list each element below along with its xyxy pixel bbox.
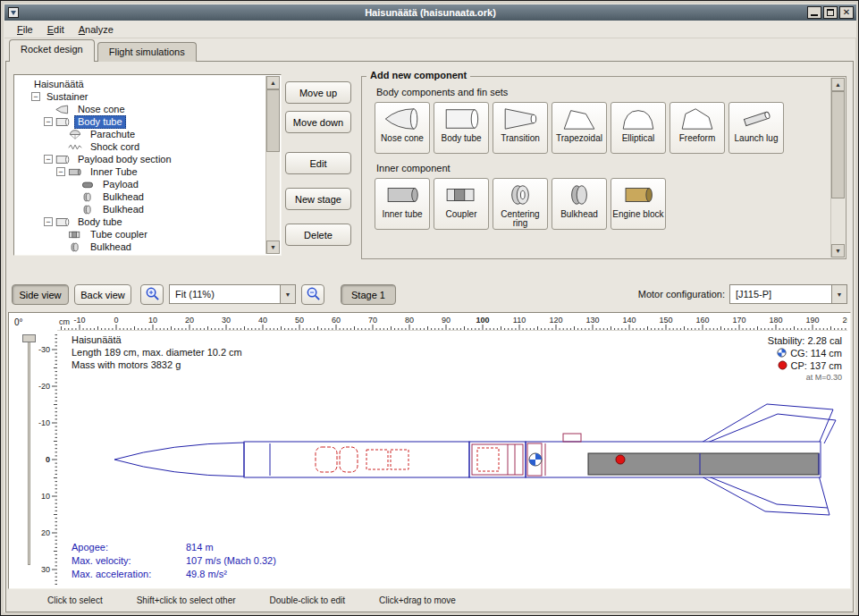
tree-expander-icon[interactable]: − — [56, 167, 65, 176]
chevron-down-icon: ▼ — [831, 285, 846, 303]
tree-item-label: Bulkhead — [99, 190, 147, 204]
maximize-button[interactable] — [823, 6, 838, 19]
ruler-tick-label: 130 — [579, 316, 606, 325]
tree-item-sustainer[interactable]: −Sustainer — [15, 90, 265, 103]
minimize-button[interactable] — [807, 6, 821, 19]
new-stage-button[interactable]: New stage — [285, 188, 351, 210]
tree-item-inner-tube[interactable]: −Inner Tube — [15, 165, 265, 178]
add-launch-lug-button[interactable]: Launch lug — [728, 102, 784, 154]
tree-item-tube-coupler[interactable]: Tube coupler — [15, 228, 265, 240]
back-view-button[interactable]: Back view — [74, 284, 131, 305]
motor-config-label: Motor configuration: — [591, 289, 725, 300]
tree-item-payload[interactable]: Payload — [15, 178, 265, 190]
hint-bar: Click to selectShift+click to select oth… — [8, 591, 851, 610]
tree-item-label: Sustainer — [43, 90, 91, 104]
component-scrollbar-thumb[interactable] — [831, 91, 845, 198]
stability-value: Stability: 2.28 cal — [768, 335, 842, 346]
delete-button[interactable]: Delete — [285, 224, 351, 246]
add-component-panel: Body components and fin setsNose coneBod… — [361, 76, 846, 259]
tree-item-bulkhead[interactable]: Bulkhead — [15, 203, 265, 215]
tree-expander-icon[interactable]: − — [44, 117, 53, 126]
window-menu-icon[interactable] — [7, 6, 20, 19]
cg-value: CG: 114 cm — [790, 348, 842, 359]
tab-flight-simulations[interactable]: Flight simulations — [97, 42, 197, 62]
coupler-icon — [442, 181, 481, 208]
stability-condition: at M=0.30 — [768, 373, 842, 382]
ruler-tick-label: 170 — [726, 316, 753, 325]
scroll-down-icon[interactable]: ▼ — [266, 240, 280, 254]
component-button-label: Engine block — [612, 210, 663, 219]
ruler-tick-label: 0 — [32, 455, 50, 464]
tree-item-nose-cone[interactable]: Nose cone — [15, 103, 265, 115]
ruler-tick-label: 120 — [543, 316, 569, 325]
menu-file[interactable]: File — [10, 22, 40, 37]
add-centering-ring-button[interactable]: Centering ring — [493, 178, 548, 230]
launch-lug-shape — [563, 434, 581, 442]
add-freeform-button[interactable]: Freeform — [670, 102, 725, 154]
tree-item-bulkhead[interactable]: Bulkhead — [15, 190, 265, 203]
scroll-down-icon[interactable]: ▼ — [831, 244, 845, 257]
tree-item-haisun-t[interactable]: Haisunäätä — [15, 78, 265, 90]
add-bulkhead-button[interactable]: Bulkhead — [552, 178, 607, 230]
tree-item-parachute[interactable]: Parachute — [15, 128, 265, 140]
titlebar: Haisunäätä (haisunaata.ork) ✕ — [4, 4, 856, 21]
add-engine-block-button[interactable]: Engine block — [611, 178, 666, 230]
ruler-tick-label: 50 — [286, 316, 313, 325]
cp-marker — [616, 455, 625, 464]
tab-rocket-design[interactable]: Rocket design — [9, 39, 95, 62]
rocket-dimensions: Length 189 cm, max. diameter 10.2 cm — [72, 347, 242, 358]
add-nose-cone-button[interactable]: Nose cone — [375, 102, 430, 154]
shock-cord-shape — [366, 450, 388, 469]
nose-cone-shape — [114, 443, 244, 477]
tree-scrollbar[interactable]: ▲ ▼ — [265, 76, 280, 254]
add-trapezoidal-button[interactable]: Trapezoidal — [552, 102, 607, 154]
parachute-icon — [68, 129, 84, 140]
tree-item-body-tube[interactable]: −Body tube — [15, 115, 265, 128]
side-view-button[interactable]: Side view — [12, 284, 69, 305]
zoom-out-button[interactable] — [301, 284, 324, 305]
zoom-value: Fit (11%) — [170, 289, 280, 300]
coupler-icon — [68, 229, 84, 240]
zoom-in-button[interactable] — [140, 284, 164, 305]
move-down-button[interactable]: Move down — [285, 111, 351, 133]
add-body-tube-button[interactable]: Body tube — [434, 102, 489, 154]
ruler-tick-label: 140 — [616, 316, 643, 325]
menu-analyze[interactable]: Analyze — [72, 22, 121, 37]
add-inner-tube-button[interactable]: Inner tube — [375, 178, 430, 230]
ruler-tick-label: -10 — [66, 316, 93, 325]
scroll-up-icon[interactable]: ▲ — [831, 78, 845, 91]
motor-config-combo[interactable]: [J115-P] ▼ — [729, 284, 847, 304]
component-scrollbar[interactable]: ▲ ▼ — [830, 78, 845, 257]
tree-expander-icon[interactable]: − — [44, 217, 53, 226]
component-button-label: Nose cone — [381, 134, 424, 143]
tree-item-bulkhead[interactable]: Bulkhead — [15, 240, 265, 253]
edit-button[interactable]: Edit — [285, 152, 351, 174]
hint-double-click-to-edit: Double-click to edit — [270, 595, 345, 605]
tree-item-label: Body tube — [74, 115, 126, 129]
scroll-up-icon[interactable]: ▲ — [266, 76, 280, 89]
close-button[interactable]: ✕ — [839, 6, 854, 19]
add-elliptical-button[interactable]: Elliptical — [611, 102, 666, 154]
add-transition-button[interactable]: Transition — [493, 102, 548, 154]
rocket-canvas[interactable]: Haisunäätä Length 189 cm, max. diameter … — [57, 331, 849, 588]
ruler-tick-label: 70 — [359, 316, 386, 325]
ruler-tick-label: -30 — [32, 345, 50, 354]
nosecone-icon — [55, 104, 72, 115]
add-component-title: Add new component — [366, 70, 470, 80]
tree-item-payload-body-section[interactable]: −Payload body section — [15, 153, 265, 165]
result-row: Apogee:814 m — [72, 541, 276, 554]
tree-expander-icon[interactable]: − — [31, 92, 40, 101]
result-value: 107 m/s (Mach 0.32) — [186, 555, 276, 566]
move-up-button[interactable]: Move up — [285, 81, 351, 104]
menu-edit[interactable]: Edit — [40, 22, 72, 37]
add-coupler-button[interactable]: Coupler — [434, 178, 489, 230]
zoom-combo[interactable]: Fit (11%) ▼ — [169, 284, 296, 304]
stage-1-button[interactable]: Stage 1 — [341, 284, 396, 305]
tree-scrollbar-thumb[interactable] — [266, 89, 280, 152]
ruler-tick-label: 110 — [506, 316, 533, 325]
tree-expander-icon[interactable]: − — [44, 155, 53, 164]
tree-item-shock-cord[interactable]: Shock cord — [15, 140, 265, 153]
menubar: FileEditAnalyze — [4, 21, 856, 38]
tree-item-body-tube[interactable]: −Body tube — [15, 215, 265, 228]
tree-item-label: Nose cone — [74, 103, 129, 116]
